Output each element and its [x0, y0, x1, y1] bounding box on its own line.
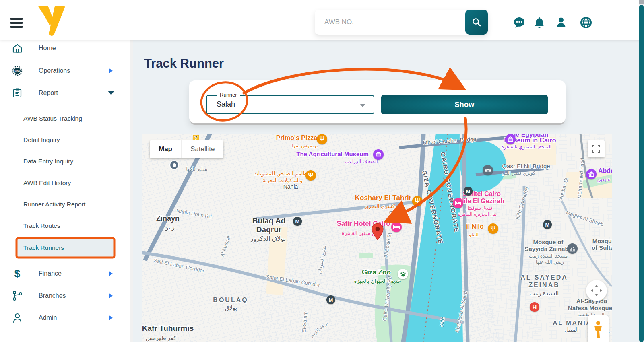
map-label: Nile El Gezirah: [459, 198, 504, 205]
museum-poi-icon[interactable]: [586, 169, 597, 179]
sidebar-item-branches[interactable]: Branches: [0, 286, 128, 305]
map-label: سلم ناهيا: [186, 166, 208, 172]
language-globe-icon[interactable]: [580, 16, 592, 29]
map-label: النيلو: [469, 232, 479, 237]
profile-icon[interactable]: [555, 16, 568, 29]
map-label: كفر طهرمس: [146, 335, 176, 341]
map-label: كوبري قصر النيل: [502, 170, 535, 176]
map-label: Nafesa Mosque: [568, 305, 612, 311]
awb-search-bar: [315, 10, 488, 35]
sidebar-item-label: Report: [39, 89, 58, 97]
sidebar-item-track-runners[interactable]: Track Runners: [17, 239, 114, 257]
map-label: of Sultan: [592, 244, 612, 251]
map-canvas[interactable]: Primo's Pizza بريموس بيتزا The Agricultu…: [142, 134, 612, 342]
pan-control[interactable]: [586, 280, 607, 301]
restaurant-poi-icon[interactable]: Ψ: [488, 223, 498, 234]
runner-filter-card: Runner Salah Show: [189, 80, 566, 123]
map-label: Nahia: [283, 183, 298, 190]
sidebar-item-finance[interactable]: $ Finance: [0, 264, 128, 283]
sidebar-item-label: Finance: [39, 270, 62, 277]
runner-select[interactable]: Runner Salah: [206, 95, 374, 114]
runner-select-value: Salah: [217, 100, 235, 109]
map-type-satellite-button[interactable]: Satellite: [181, 140, 223, 158]
hotel-poi-icon[interactable]: [391, 222, 402, 232]
sidebar-item-report[interactable]: Report: [0, 84, 128, 102]
museum-poi-icon[interactable]: [505, 134, 516, 144]
sidebar-item-data-entry-inquiry[interactable]: Data Entry Inquiry: [0, 152, 128, 170]
map-label: بولاق: [225, 305, 237, 311]
branches-icon: [12, 290, 23, 301]
admin-person-icon: [12, 313, 23, 323]
show-button[interactable]: Show: [381, 95, 548, 114]
road-junction-marker: [169, 160, 179, 170]
sidebar-item-detail-inquiry[interactable]: Detail Inquiry: [0, 131, 128, 149]
search-button[interactable]: [465, 10, 488, 35]
map-label: المنيل: [564, 326, 578, 333]
brand-logo[interactable]: [38, 5, 66, 37]
new-badge-icon: NEW: [12, 66, 23, 76]
metro-station-icon[interactable]: M: [543, 220, 552, 229]
map-label: والمأكولات البحرية: [262, 177, 302, 183]
chevron-right-icon: [109, 271, 113, 276]
map-label: BOULAQ: [213, 297, 248, 304]
map-label: Qasr El Nil Bridge: [502, 163, 550, 169]
report-clipboard-icon: [12, 88, 23, 98]
map-label: Zinayn: [156, 214, 180, 223]
top-bar: [0, 0, 644, 40]
metro-station-icon[interactable]: M: [293, 217, 302, 226]
sidebar-item-admin[interactable]: Admin: [0, 309, 128, 327]
sidebar-scrollbar[interactable]: [130, 40, 133, 342]
metro-station-icon[interactable]: M: [326, 295, 335, 304]
map-label: زنين: [164, 224, 175, 231]
map-type-map-button[interactable]: Map: [150, 140, 181, 158]
sidebar-item-awb-status-tracking[interactable]: AWB Status Tracking: [0, 110, 128, 128]
map-label: رضي الله عنها: [536, 259, 564, 265]
sidebar-item-runner-activity-report[interactable]: Runner Activity Report: [0, 196, 128, 213]
fullscreen-icon: [592, 145, 600, 153]
fullscreen-button[interactable]: [588, 140, 605, 157]
metro-station-icon[interactable]: M: [464, 187, 473, 196]
chevron-right-icon: [109, 293, 113, 299]
restaurant-poi-icon[interactable]: Ψ: [305, 170, 316, 181]
map-label: نيل الجزيرة القاهرة: [458, 211, 497, 217]
page-scrollbar-cap: [639, 0, 644, 4]
restaurant-poi-icon[interactable]: Ψ: [317, 134, 327, 144]
map-label: Abde: [598, 167, 612, 175]
hamburger-menu-icon[interactable]: [10, 18, 23, 29]
page-scrollbar-thumb[interactable]: [639, 5, 644, 342]
runner-select-label: Runner: [217, 92, 240, 98]
map-label: il Nilo: [466, 223, 484, 230]
restaurant-poi-icon[interactable]: Ψ: [412, 196, 423, 206]
home-icon: [12, 43, 23, 54]
sidebar-item-label: Branches: [39, 292, 66, 299]
chevron-right-icon: [109, 68, 113, 74]
runner-location-marker[interactable]: [372, 223, 384, 241]
bridge-poi-icon[interactable]: [483, 165, 493, 175]
street-view-pegman[interactable]: [588, 315, 609, 342]
sidebar-item-label: Operations: [39, 67, 70, 74]
map-label: ZEINAB: [528, 282, 560, 289]
museum-poi-icon[interactable]: [373, 149, 384, 160]
map-label: Daqrur: [256, 225, 281, 234]
sidebar-item-operations[interactable]: NEW Operations: [0, 62, 128, 80]
pan-arrows-icon: [589, 283, 604, 298]
map-label: Mosque of: [533, 239, 564, 245]
map-label: AL SAYEDA: [520, 274, 568, 281]
awb-search-input[interactable]: [315, 18, 465, 26]
map-label: كشري التحرير: [364, 203, 395, 209]
map-label: Mosque: [592, 237, 612, 244]
mosque-poi-icon[interactable]: [567, 243, 578, 254]
hospital-poi-icon[interactable]: H: [530, 302, 539, 312]
hotel-poi-icon[interactable]: [453, 198, 463, 208]
map-label: مسجد السيدة زينب: [529, 253, 568, 259]
sidebar-item-home[interactable]: Home: [0, 39, 128, 58]
map-label: Koshary El Tahrir: [355, 194, 411, 202]
map-label: بريموس بيتزا: [292, 143, 318, 148]
sidebar-item-track-routes[interactable]: Track Routes: [0, 217, 128, 235]
zoo-paw-poi-icon[interactable]: [398, 269, 408, 279]
notifications-bell-icon[interactable]: [533, 16, 546, 29]
sidebar-item-awb-edit-history[interactable]: AWB Edit History: [0, 174, 128, 192]
search-icon: [472, 17, 481, 27]
chat-icon[interactable]: [513, 16, 526, 29]
page-title: Track Runner: [144, 56, 224, 71]
